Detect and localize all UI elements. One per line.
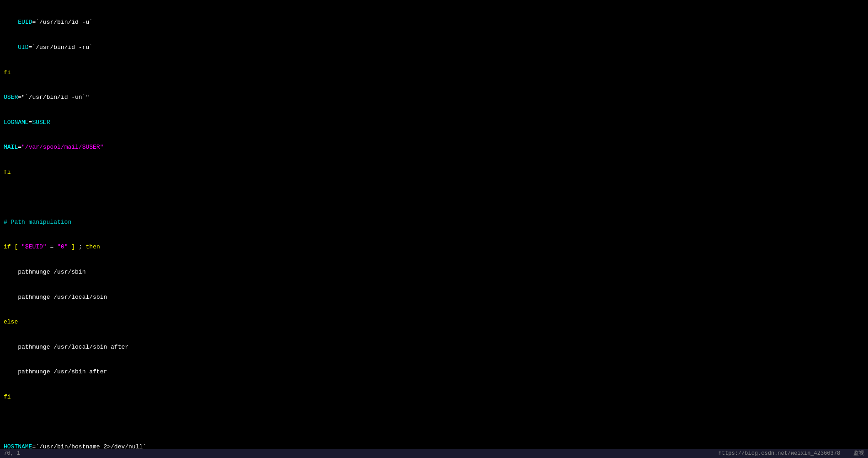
code-line: if [ "$EUID" = "0" ] ; then xyxy=(4,243,864,251)
code-line: fi xyxy=(4,393,864,401)
code-line: fi xyxy=(4,168,864,177)
code-editor: EUID=`/usr/bin/id -u` UID=`/usr/bin/id -… xyxy=(0,0,868,448)
code-line: HOSTNAME=`/usr/bin/hostname 2>/dev/null` xyxy=(4,443,864,448)
code-line: pathmunge /usr/sbin xyxy=(4,268,864,276)
code-line: # Path manipulation xyxy=(4,218,864,226)
code-line: pathmunge /usr/local/sbin xyxy=(4,293,864,302)
code-line xyxy=(4,193,864,201)
cursor-position: 76, 1 xyxy=(4,450,20,458)
code-line: UID=`/usr/bin/id -ru` xyxy=(4,43,864,52)
code-line: pathmunge /usr/local/sbin after xyxy=(4,343,864,351)
code-line: MAIL="/var/spool/mail/$USER" xyxy=(4,143,864,151)
code-line: EUID=`/usr/bin/id -u` xyxy=(4,18,864,27)
code-line: pathmunge /usr/sbin after xyxy=(4,368,864,376)
code-line: fi xyxy=(4,69,864,77)
code-line: USER="`/usr/bin/id -un`" xyxy=(4,93,864,102)
code-line xyxy=(4,418,864,426)
code-line: LOGNAME=$USER xyxy=(4,119,864,127)
code-line: else xyxy=(4,318,864,326)
status-bar: 76, 1 https://blog.csdn.net/weixin_42366… xyxy=(0,449,868,458)
url-display: https://blog.csdn.net/weixin_42366378 监视 xyxy=(719,450,864,458)
